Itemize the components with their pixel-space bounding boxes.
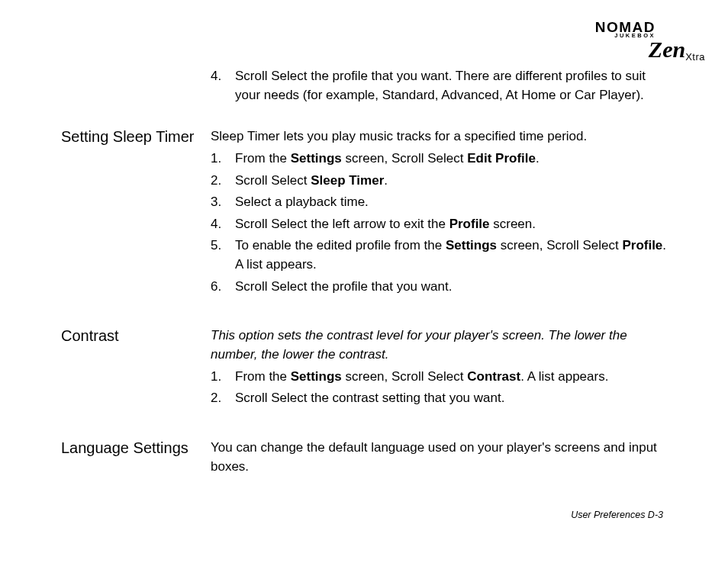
section-heading-sleep-timer: Setting Sleep Timer <box>61 127 211 146</box>
carryover-step: 4. Scroll Select the profile that you wa… <box>211 67 671 105</box>
section-heading-contrast: Contrast <box>61 326 211 346</box>
contrast-steps: From the Settings screen, Scroll Select … <box>211 368 671 408</box>
contrast-intro: This option sets the contrast level for … <box>211 326 671 364</box>
logo-xtra: Xtra <box>685 51 705 63</box>
language-intro: You can change the default language used… <box>211 439 671 476</box>
sleep-intro: Sleep Timer lets you play music tracks f… <box>211 127 671 146</box>
section-heading-language: Language Settings <box>61 439 211 458</box>
logo-zen: Zen <box>649 37 685 62</box>
sleep-step: Scroll Select the left arrow to exit the… <box>211 215 671 234</box>
page-footer: User Preferences D-3 <box>571 510 663 520</box>
page-content: 4. Scroll Select the profile that you wa… <box>61 67 671 479</box>
step-text: Scroll Select the profile that you want.… <box>235 69 646 102</box>
sleep-step: Scroll Select the profile that you want. <box>211 278 671 297</box>
logo-model: ZenXtra <box>649 37 705 63</box>
contrast-step: From the Settings screen, Scroll Select … <box>211 368 671 387</box>
sleep-step: To enable the edited profile from the Se… <box>211 236 671 274</box>
sleep-step: Scroll Select Sleep Timer. <box>211 172 671 191</box>
sleep-step: Select a playback time. <box>211 193 671 212</box>
sleep-steps: From the Settings screen, Scroll Select … <box>211 150 671 296</box>
contrast-step: Scroll Select the contrast setting that … <box>211 389 671 408</box>
sleep-step: From the Settings screen, Scroll Select … <box>211 150 671 169</box>
step-number: 4. <box>211 67 221 86</box>
product-logo: NOMAD JUKEBOX ZenXtra <box>595 21 656 40</box>
